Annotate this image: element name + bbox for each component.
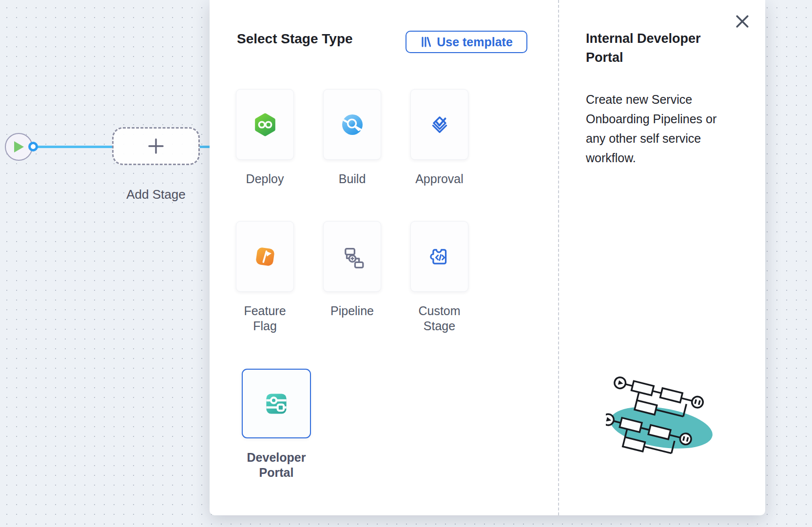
pipeline-edge bbox=[34, 146, 113, 148]
pipeline-graph-illustration bbox=[606, 371, 721, 473]
stage-card-approval[interactable] bbox=[410, 89, 468, 160]
stage-card-label: Deploy bbox=[246, 171, 284, 187]
stage-cell-build: Build bbox=[323, 89, 381, 187]
stage-card-label: Build bbox=[339, 171, 366, 187]
stage-card-label: Developer Portal bbox=[242, 450, 311, 480]
stage-card-deploy[interactable] bbox=[236, 89, 294, 160]
use-template-label: Use template bbox=[437, 35, 513, 49]
feature-flag-stage-icon bbox=[253, 245, 277, 269]
build-stage-icon bbox=[341, 113, 364, 136]
info-panel-description: Create new Service Onboarding Pipelines … bbox=[586, 90, 720, 168]
close-icon bbox=[735, 14, 750, 29]
stage-card-custom-stage[interactable] bbox=[410, 221, 468, 292]
stage-type-section: Select Stage Type Use template bbox=[210, 0, 558, 515]
edge-connector-dot bbox=[28, 142, 38, 151]
stage-card-feature-flag[interactable] bbox=[236, 221, 294, 292]
stage-card-label: Custom Stage bbox=[410, 303, 468, 334]
stage-card-build[interactable] bbox=[323, 89, 381, 160]
use-template-button[interactable]: Use template bbox=[406, 31, 527, 53]
template-library-icon bbox=[420, 36, 432, 48]
developer-portal-stage-icon bbox=[264, 391, 289, 416]
stage-card-label: Approval bbox=[415, 171, 464, 187]
stage-card-label: Pipeline bbox=[330, 303, 374, 319]
stage-card-pipeline[interactable] bbox=[323, 221, 381, 292]
stage-cell-pipeline: Pipeline bbox=[323, 221, 381, 334]
stage-card-label: Feature Flag bbox=[236, 303, 294, 334]
pipeline-canvas: Add Stage Select Stage Type Use template bbox=[0, 0, 812, 527]
close-button[interactable] bbox=[734, 13, 751, 30]
play-icon bbox=[13, 140, 25, 153]
select-stage-modal: Select Stage Type Use template bbox=[210, 0, 765, 515]
stage-cell-developer-portal: Developer Portal bbox=[242, 369, 311, 480]
info-panel-title: Internal Developer Portal bbox=[586, 29, 732, 67]
modal-title: Select Stage Type bbox=[237, 31, 353, 47]
add-stage-label: Add Stage bbox=[102, 187, 210, 202]
pipeline-stage-icon bbox=[341, 245, 364, 268]
approval-stage-icon bbox=[428, 113, 451, 136]
stage-card-developer-portal[interactable] bbox=[242, 369, 311, 438]
stage-cell-feature-flag: Feature Flag bbox=[236, 221, 294, 334]
stage-info-panel: Internal Developer Portal Create new Ser… bbox=[558, 0, 765, 515]
custom-stage-icon bbox=[428, 245, 451, 268]
plus-icon bbox=[146, 136, 166, 156]
stage-card-row: Feature Flag bbox=[236, 221, 468, 334]
deploy-stage-icon bbox=[253, 113, 277, 137]
stage-cell-approval: Approval bbox=[410, 89, 468, 187]
add-stage-button[interactable] bbox=[112, 127, 200, 165]
stage-cell-deploy: Deploy bbox=[236, 89, 294, 187]
stage-cell-custom-stage: Custom Stage bbox=[410, 221, 468, 334]
stage-card-row: Deploy bbox=[236, 89, 468, 187]
